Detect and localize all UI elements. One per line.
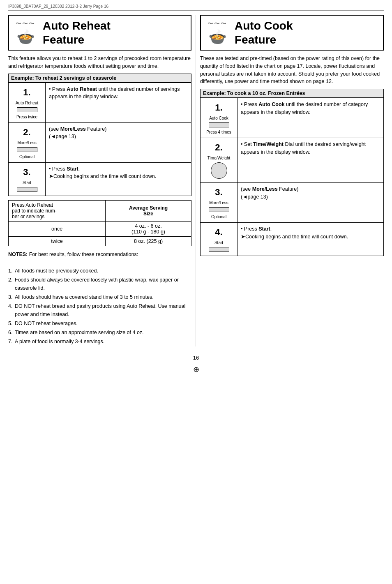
rc-step1-label: Auto Cook [204,115,234,121]
auto-cook-title: Auto Cook Feature [235,19,293,46]
auto-cook-example-label: Example: To cook a 10 oz. Frozen Entrées [200,89,384,98]
auto-reheat-button [17,107,37,112]
right-column: 〜〜〜 🍲 Auto Cook Feature These are tested… [196,15,384,346]
bowl-icon: 🍲 [16,28,35,46]
auto-reheat-title-line2: Feature [43,33,84,46]
auto-reheat-title-line1: Auto Reheat [43,19,111,32]
rc-step1-instruction: • Press Auto Cook until the desired numb… [238,98,384,138]
auto-reheat-steps-table: 1. Auto Reheat Press twice • Press Auto … [8,83,191,196]
header-bar: IP3898_3BA70AP_29_120302 2012-3-2 Jerry … [8,4,384,11]
table-row: twice 8 oz. (225 g) [9,236,191,246]
list-item: All foods must be previously cooked. [8,267,191,275]
step3-label: Start [12,180,42,186]
step2-label: More/Less [12,140,42,146]
more-less-button2 [209,207,229,212]
step1-instruction: • Press Auto Reheat until the desired nu… [46,83,191,122]
auto-cook-description: These are tested and pre-timed (based on… [200,55,384,85]
more-less-button [17,147,37,152]
auto-reheat-description: This feature allows you to reheat 1 to 2… [8,55,191,70]
step1-num-cell: 1. Auto Reheat Press twice [9,83,46,122]
rc-step4-number: 4. [204,225,234,239]
list-item: DO NOT reheat bread and pastry products … [8,302,191,319]
rc-step3-number: 3. [204,185,234,199]
left-column: 〜〜〜 🍲 Auto Reheat Feature This feature a… [8,15,196,346]
serving-twice: twice [9,236,106,246]
step1-label: Auto Reheat [12,100,42,106]
serving-col2-header: Average ServingSize [106,200,191,221]
rc-step2-instruction: • Set Time/Weight Dial until the desired… [238,138,384,183]
auto-cook-header: 〜〜〜 🍲 Auto Cook Feature [200,15,384,51]
rc-step4-instruction: • Press Start. ➤Cooking begins and the t… [238,223,384,256]
steam-icon: 〜〜〜 [16,20,35,28]
step2-instruction: (see More/Less Feature)(◄page 13) [46,122,191,162]
auto-cook-button [209,122,229,127]
list-item: Times are based on an approximate servin… [8,328,191,337]
step1-sublabel: Press twice [12,114,42,120]
auto-reheat-icon: 〜〜〜 🍲 [13,21,38,45]
list-item: All foods should have a covered stand ti… [8,293,191,301]
table-row: 3. Start • Press Start. ➤Cooking begins … [9,162,191,196]
bottom-marker: ⊕ [8,365,384,374]
rc-step2-number: 2. [204,141,234,154]
start-button-left [17,187,37,192]
table-row: 2. More/Less Optional (see More/Less Fea… [9,122,191,162]
notes-list: All foods must be previously cooked. Foo… [8,267,191,346]
step2-num-cell: 2. More/Less Optional [9,122,46,162]
start-button-right [209,247,229,252]
notes-section: NOTES: For best results, follow these re… [8,250,191,346]
two-column-layout: 〜〜〜 🍲 Auto Reheat Feature This feature a… [8,15,384,346]
rc-step3-instruction: (see More/Less Feature)(◄page 13) [238,183,384,223]
serving-twice-size: 8 oz. (225 g) [106,236,191,246]
steam-icon2: 〜〜〜 [208,20,227,28]
table-row: 4. Start • Press Start. ➤Cooking begins … [201,223,384,256]
table-row: 2. Time/Weight • Set Time/Weight Dial un… [201,138,384,183]
rc-step1-number: 1. [204,101,234,114]
header-text: IP3898_3BA70AP_29_120302 2012-3-2 Jerry … [8,4,108,9]
notes-intro: NOTES: For best results, follow these re… [8,250,191,259]
auto-reheat-header: 〜〜〜 🍲 Auto Reheat Feature [8,15,191,51]
pot-icon: 🍲 [208,28,227,46]
auto-reheat-title: Auto Reheat Feature [43,19,111,46]
table-row: 3. More/Less Optional (see More/Less Fea… [201,183,384,223]
rc-step2-label: Time/Weight [204,155,234,161]
auto-cook-steps-table: 1. Auto Cook Press 4 times • Press Auto … [200,98,384,256]
rc-step3-sublabel: Optional [204,214,234,220]
list-item: Foods should always be covered loosely w… [8,276,191,292]
step3-num-cell: 3. Start [9,162,46,196]
auto-cook-title-line1: Auto Cook [235,19,293,32]
list-item: DO NOT reheat beverages. [8,319,191,328]
step3-number: 3. [12,165,42,179]
step2-number: 2. [12,125,42,139]
serving-size-table: Press Auto Reheatpad to indicate num-ber… [8,200,191,246]
time-weight-dial [211,162,227,179]
table-row: once 4 oz. - 6 oz.(110 g - 180 g) [9,221,191,236]
list-item: A plate of food is normally 3-4 servings… [8,337,191,346]
rc-step3-label: More/Less [204,200,234,206]
page-number: 16 [8,355,384,361]
rc-step4-num-cell: 4. Start [201,223,238,256]
rc-step1-sublabel: Press 4 times [204,129,234,135]
step2-sublabel: Optional [12,154,42,160]
auto-cook-icon: 〜〜〜 🍲 [205,21,230,45]
rc-step1-num-cell: 1. Auto Cook Press 4 times [201,98,238,138]
serving-once-size: 4 oz. - 6 oz.(110 g - 180 g) [106,221,191,236]
serving-once: once [9,221,106,236]
rc-step4-label: Start [204,240,234,246]
step1-number: 1. [12,85,42,99]
rc-step3-num-cell: 3. More/Less Optional [201,183,238,223]
auto-reheat-example-label: Example: To reheat 2 servings of cassero… [8,74,191,83]
table-row: Press Auto Reheatpad to indicate num-ber… [9,200,191,221]
table-row: 1. Auto Reheat Press twice • Press Auto … [9,83,191,122]
step3-instruction: • Press Start. ➤Cooking begins and the t… [46,162,191,196]
rc-step2-num-cell: 2. Time/Weight [201,138,238,183]
auto-cook-title-line2: Feature [235,33,276,46]
serving-col1-header: Press Auto Reheatpad to indicate num-ber… [9,200,106,221]
table-row: 1. Auto Cook Press 4 times • Press Auto … [201,98,384,138]
